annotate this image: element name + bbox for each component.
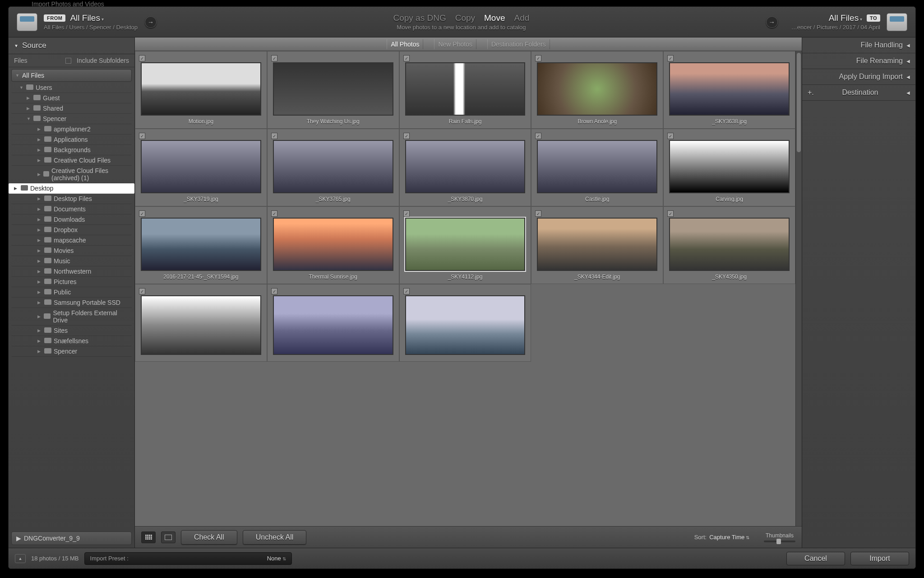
thumbnail-cell[interactable]: ✓_SKY3765.jpg	[267, 129, 399, 206]
thumbnail-checkbox[interactable]: ✓	[139, 55, 145, 61]
thumbnail-checkbox[interactable]: ✓	[535, 55, 541, 61]
thumbnail-image[interactable]	[273, 62, 393, 116]
thumbnail-checkbox[interactable]: ✓	[403, 210, 410, 217]
thumbnail-cell[interactable]: ✓_SKY3719.jpg	[135, 129, 267, 206]
tab-new-photos[interactable]: New Photos	[434, 39, 476, 49]
import-mode-move[interactable]: Move	[484, 13, 505, 23]
tree-item[interactable]: ▶Pictures	[11, 277, 132, 287]
tab-all-photos[interactable]: All Photos	[387, 39, 423, 49]
thumbnail-cell[interactable]: ✓_SKY3638.jpg	[663, 51, 795, 129]
cancel-button[interactable]: Cancel	[786, 552, 845, 565]
thumbnail-image[interactable]	[537, 140, 657, 193]
thumbnail-image[interactable]	[273, 140, 393, 193]
thumbnail-checkbox[interactable]: ✓	[667, 133, 674, 139]
thumbnail-cell[interactable]: ✓_SKY4112.jpg	[399, 206, 531, 284]
panel-destination[interactable]: +.Destination◀	[802, 85, 915, 101]
tree-item[interactable]: ▶Desktop Files	[11, 194, 132, 204]
tree-item[interactable]: ▶Desktop	[9, 183, 134, 194]
thumbnail-checkbox[interactable]: ✓	[271, 133, 277, 139]
panel-file-handling[interactable]: File Handling◀	[802, 37, 915, 53]
source-panel-header[interactable]: ▼ Source	[9, 37, 134, 54]
expand-button[interactable]: ▲	[15, 554, 26, 563]
uncheck-all-button[interactable]: Uncheck All	[243, 530, 307, 545]
tree-item[interactable]: ▶Documents	[11, 204, 132, 214]
tree-item[interactable]: ▶Snæfellsnes	[11, 336, 132, 346]
thumbnail-image[interactable]	[273, 295, 393, 355]
thumbnail-checkbox[interactable]: ✓	[667, 55, 674, 61]
thumbnail-cell[interactable]: ✓Motion.jpg	[135, 51, 267, 129]
thumbnail-image[interactable]	[141, 62, 261, 116]
thumbnail-cell[interactable]: ✓Carving.jpg	[663, 129, 795, 206]
thumbnail-checkbox[interactable]: ✓	[139, 210, 145, 217]
thumbnail-size-control[interactable]: Thumbnails	[764, 532, 795, 542]
import-mode-add[interactable]: Add	[514, 13, 530, 23]
tree-all-files[interactable]: ▼ All Files	[11, 69, 132, 82]
thumbnail-checkbox[interactable]: ✓	[139, 133, 145, 139]
thumbnail-checkbox[interactable]: ✓	[271, 55, 277, 61]
thumbnail-cell[interactable]: ✓They Watching Us.jpg	[267, 51, 399, 129]
tree-item[interactable]: ▶mapscache	[11, 235, 132, 246]
thumbnail-image[interactable]	[405, 62, 526, 116]
thumbnail-checkbox[interactable]: ✓	[403, 55, 410, 61]
from-block[interactable]: FROM All Files All Files / Users / Spenc…	[44, 13, 138, 31]
arrow-right-icon[interactable]: →	[145, 16, 157, 28]
tree-item[interactable]: ▶Creative Cloud Files (archived) (1)	[11, 166, 132, 183]
thumbnail-image[interactable]	[405, 218, 526, 271]
plus-icon[interactable]: +.	[808, 89, 814, 97]
tree-item[interactable]: ▶Dropbox	[11, 225, 132, 235]
thumbnail-image[interactable]	[669, 62, 790, 116]
tree-item[interactable]: ▶Sites	[11, 326, 132, 336]
import-preset-bar[interactable]: Import Preset : None	[84, 552, 292, 565]
thumbnail-slider[interactable]	[764, 541, 795, 542]
to-block[interactable]: TO All Files …encer / Pictures / 2017 / …	[791, 13, 880, 31]
tree-item[interactable]: ▶Downloads	[11, 214, 132, 225]
thumbnail-cell[interactable]: ✓Brown Anole.jpg	[531, 51, 663, 129]
tree-item[interactable]: ▶Music	[11, 256, 132, 266]
check-all-button[interactable]: Check All	[181, 530, 237, 545]
from-main[interactable]: All Files	[70, 13, 103, 23]
include-subfolders-checkbox[interactable]	[65, 58, 71, 64]
dng-converter-item[interactable]: ▶ DNGConverter_9_9	[11, 531, 132, 545]
loupe-view-button[interactable]	[161, 531, 176, 543]
arrow-right-icon[interactable]: →	[766, 16, 778, 28]
thumbnail-image[interactable]	[669, 140, 790, 193]
tree-item[interactable]: ▶apmplanner2	[11, 124, 132, 135]
thumbnail-checkbox[interactable]: ✓	[403, 288, 410, 294]
scrollbar[interactable]	[795, 51, 802, 526]
thumbnail-cell[interactable]: ✓	[399, 284, 531, 362]
thumbnail-image[interactable]	[273, 218, 393, 271]
tree-item[interactable]: ▶Setup Folders External Drive	[11, 308, 132, 326]
thumbnail-cell[interactable]: ✓Thermal Sunrise.jpg	[267, 206, 399, 284]
tree-item[interactable]: ▶Applications	[11, 135, 132, 145]
to-main[interactable]: All Files	[829, 13, 862, 23]
thumbnail-cell[interactable]: ✓2016-217-21-45-_SKY1594.jpg	[135, 206, 267, 284]
thumbnail-cell[interactable]: ✓_SKY4350.jpg	[663, 206, 795, 284]
thumbnail-image[interactable]	[669, 218, 790, 271]
thumbnail-cell[interactable]: ✓Rain Falls.jpg	[399, 51, 531, 129]
tree-item[interactable]: ▶Northwestern	[11, 266, 132, 277]
thumbnail-image[interactable]	[141, 295, 261, 355]
thumbnail-checkbox[interactable]: ✓	[271, 288, 277, 294]
import-mode-copy-as-dng[interactable]: Copy as DNG	[393, 13, 446, 23]
tree-item[interactable]: ▶Creative Cloud Files	[11, 155, 132, 166]
thumbnail-image[interactable]	[537, 218, 657, 271]
tab-destination-folders[interactable]: Destination Folders	[487, 39, 550, 49]
thumbnail-checkbox[interactable]: ✓	[535, 133, 541, 139]
grid-view-button[interactable]	[141, 531, 156, 543]
thumbnail-image[interactable]	[141, 140, 261, 193]
tree-item[interactable]: ▶Guest	[11, 93, 132, 103]
thumbnail-checkbox[interactable]: ✓	[271, 210, 277, 217]
thumbnail-cell[interactable]: ✓	[135, 284, 267, 362]
panel-file-renaming[interactable]: File Renaming◀	[802, 53, 915, 69]
thumbnail-cell[interactable]: ✓_SKY4344-Edit.jpg	[531, 206, 663, 284]
tree-item[interactable]: ▶Spencer	[11, 346, 132, 357]
thumbnail-image[interactable]	[405, 295, 526, 355]
tree-item[interactable]: ▼Spencer	[11, 114, 132, 124]
thumbnail-cell[interactable]: ✓Castle.jpg	[531, 129, 663, 206]
sort-dropdown[interactable]: Capture Time	[709, 534, 749, 541]
thumbnail-checkbox[interactable]: ✓	[139, 288, 145, 294]
tree-item[interactable]: ▼Users	[11, 83, 132, 93]
thumbnail-image[interactable]	[405, 140, 526, 193]
thumbnail-checkbox[interactable]: ✓	[535, 210, 541, 217]
preset-value[interactable]: None	[267, 555, 286, 562]
